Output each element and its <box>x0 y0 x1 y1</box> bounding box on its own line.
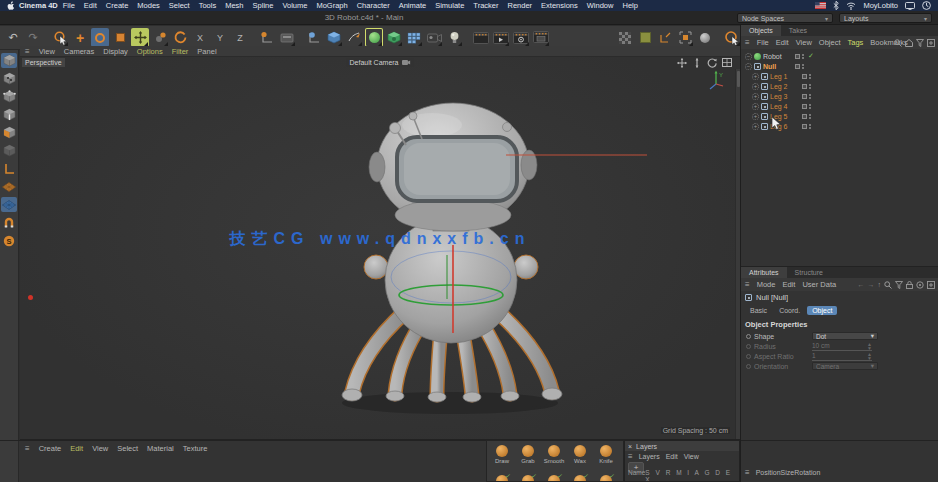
menubar-item[interactable]: Tracker <box>473 0 498 11</box>
edges-mode-button[interactable] <box>1 107 17 122</box>
wifi-icon[interactable] <box>846 2 856 10</box>
search-icon[interactable] <box>894 39 902 47</box>
expand-toggle-icon[interactable]: − <box>745 63 752 70</box>
add-camera-button[interactable] <box>425 28 443 47</box>
shape-dropdown[interactable]: Dot▾ <box>812 332 878 340</box>
sphere-tool-button[interactable] <box>696 28 714 47</box>
layer-toggle-icon[interactable] <box>795 64 800 69</box>
history-forward-icon[interactable]: → <box>868 281 875 288</box>
sculpt-brush[interactable] <box>541 475 567 482</box>
layer-toggle-icon[interactable] <box>802 104 807 109</box>
enable-axis-button[interactable] <box>1 161 17 176</box>
display-icon[interactable] <box>905 2 915 10</box>
menubar-item[interactable]: Render <box>507 0 532 11</box>
add-spline-button[interactable] <box>345 28 363 47</box>
sculpt-brush[interactable]: Smooth <box>541 442 567 475</box>
layouts-dropdown[interactable]: Layouts▾ <box>839 13 932 23</box>
layers-menu-item[interactable]: Layers <box>639 453 660 460</box>
menubar-item[interactable]: Animate <box>399 0 427 11</box>
apple-icon[interactable] <box>7 1 15 10</box>
layers-menu-item[interactable]: Edit <box>666 453 678 460</box>
layer-toggle-icon[interactable] <box>802 74 807 79</box>
tab-object[interactable]: Object <box>807 306 837 315</box>
keyframe-dot-icon[interactable] <box>746 344 751 349</box>
rotate-band-button[interactable] <box>171 28 189 47</box>
enabled-check-icon[interactable]: ✓ <box>808 52 814 60</box>
input-language-flag-icon[interactable] <box>815 2 826 9</box>
expand-toggle-icon[interactable]: + <box>752 83 759 90</box>
control-center-icon[interactable] <box>922 1 931 10</box>
home-icon[interactable] <box>905 39 913 47</box>
scale-tool[interactable] <box>111 28 129 47</box>
viewport-menu-filter[interactable]: Filter <box>172 47 189 56</box>
search-icon[interactable] <box>884 281 892 289</box>
material-checker-button[interactable] <box>616 28 634 47</box>
uv-mode-button[interactable] <box>1 143 17 158</box>
sculpt-brush[interactable]: Wax <box>567 442 593 475</box>
parent-up-icon[interactable]: ↑ <box>878 281 882 288</box>
menubar-item[interactable]: Extensions <box>541 0 578 11</box>
move-tool[interactable]: + <box>71 28 89 47</box>
add-light-button[interactable] <box>445 28 463 47</box>
object-row-leg4[interactable]: + Leg 4 <box>741 101 938 111</box>
tab-objects[interactable]: Objects <box>741 25 781 36</box>
om-menu-object[interactable]: Object <box>819 38 841 47</box>
menubar-item[interactable]: Edit <box>84 0 97 11</box>
menubar-username[interactable]: MoyLobito <box>863 0 898 11</box>
polygons-mode-button[interactable] <box>1 125 17 140</box>
coordinate-system-button[interactable] <box>258 28 276 47</box>
keyframe-dot-icon[interactable] <box>746 354 751 359</box>
mat-menu-create[interactable]: Create <box>39 444 62 453</box>
visibility-dots-icon[interactable] <box>809 74 811 79</box>
layer-toggle-icon[interactable] <box>802 94 807 99</box>
menubar-item[interactable]: Spline <box>253 0 274 11</box>
mograph-cloner-button[interactable] <box>405 28 423 47</box>
render-active-button[interactable] <box>492 28 510 47</box>
hamburger-icon[interactable]: ≡ <box>25 444 30 453</box>
z-axis-lock[interactable]: Z <box>231 28 249 47</box>
menubar-item[interactable]: Mesh <box>225 0 243 11</box>
radius-input[interactable]: 10 cm▲▼ <box>812 342 872 351</box>
menubar-item[interactable]: Simulate <box>435 0 464 11</box>
rotate-view-button[interactable] <box>706 57 717 68</box>
sculpt-brush[interactable]: Draw <box>489 442 515 475</box>
mat-menu-material[interactable]: Material <box>147 444 174 453</box>
dolly-view-button[interactable] <box>691 57 702 68</box>
menubar-item[interactable]: Character <box>357 0 390 11</box>
om-menu-file[interactable]: File <box>757 38 769 47</box>
workplane-orange-button[interactable] <box>1 179 17 194</box>
layers-menu-item[interactable]: View <box>684 453 699 460</box>
visibility-dots-icon[interactable] <box>809 114 811 119</box>
gizmo-move-toggle[interactable] <box>131 28 149 47</box>
keyframe-dot-icon[interactable] <box>746 334 751 339</box>
filter-funnel-icon[interactable] <box>895 281 903 289</box>
visibility-dots-icon[interactable] <box>802 54 804 59</box>
expand-toggle-icon[interactable]: + <box>752 113 759 120</box>
menubar-item[interactable]: Volume <box>282 0 307 11</box>
viewport-menu-display[interactable]: Display <box>103 47 128 56</box>
om-menu-edit[interactable]: Edit <box>776 38 789 47</box>
mat-menu-edit[interactable]: Edit <box>70 444 83 453</box>
mat-menu-view[interactable]: View <box>92 444 108 453</box>
texture-mode-button[interactable] <box>1 71 17 86</box>
object-row-leg3[interactable]: + Leg 3 <box>741 91 938 101</box>
visibility-dots-icon[interactable] <box>809 84 811 89</box>
object-row-null[interactable]: − Null <box>741 61 938 71</box>
toggle-view-button[interactable] <box>721 57 732 68</box>
modeling-axis-button[interactable] <box>305 28 323 47</box>
expand-toggle-icon[interactable]: + <box>752 73 759 80</box>
pan-view-button[interactable] <box>676 57 687 68</box>
hamburger-icon[interactable]: ≡ <box>628 452 633 461</box>
orientation-dropdown[interactable]: Camera▾ <box>812 362 878 370</box>
live-selection-tool[interactable] <box>51 28 69 47</box>
sculpt-brush[interactable] <box>489 475 515 482</box>
menubar-app-name[interactable]: Cinema 4D <box>19 0 58 11</box>
attributes-menu-item[interactable]: User Data <box>802 280 836 289</box>
viewport-menu-view[interactable]: View <box>39 47 55 56</box>
model-mode-button[interactable] <box>1 53 17 68</box>
viewport-3d-view[interactable]: Perspective Default Camera Y <box>20 57 740 439</box>
object-row-leg2[interactable]: + Leg 2 <box>741 81 938 91</box>
axis-workplane-button[interactable] <box>656 28 674 47</box>
add-primitive-button[interactable] <box>325 28 343 47</box>
keyframe-dot-icon[interactable] <box>746 364 751 369</box>
